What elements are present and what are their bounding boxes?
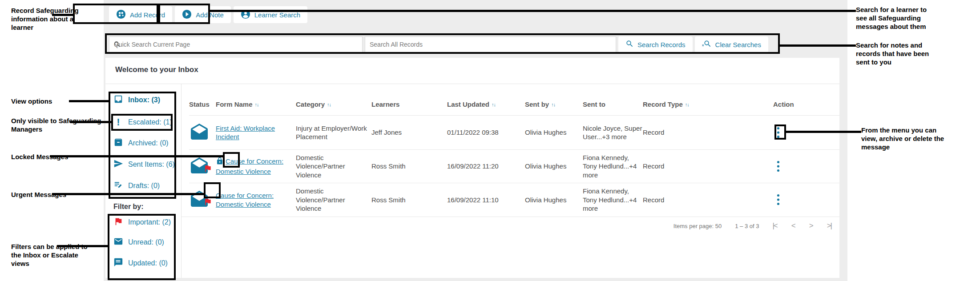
category-cell: Domestic Violence/Partner Violence <box>296 153 371 180</box>
callout-line-only-visible <box>70 121 113 123</box>
sent-to-cell: Fiona Kennedy, Tony Hedlund...+4 more <box>583 187 643 213</box>
svg-text:x: x <box>702 43 704 47</box>
search-records-label: Search Records <box>637 41 686 48</box>
urgent-flag-icon <box>203 197 212 209</box>
column-header-form-name[interactable]: Form Name↑↓ <box>216 100 296 108</box>
drafts-icon <box>113 180 123 192</box>
column-header-sent-by[interactable]: Sent by↑↓ <box>525 100 583 108</box>
sent-by-cell: Olivia Hughes <box>525 196 583 205</box>
record-type-cell: Record <box>643 162 773 171</box>
last-updated-cell: 16/09/2022 11:10 <box>447 196 525 205</box>
urgent-flag-icon <box>203 164 212 175</box>
callout-line-locked-messages <box>50 155 224 157</box>
sort-icon[interactable]: ↑↓ <box>551 102 555 107</box>
form-link[interactable]: First Aid: Workplace Incident <box>216 124 275 141</box>
form-link[interactable]: Cause for Concern: Domestic Violence <box>216 157 283 175</box>
heading-divider <box>105 84 839 84</box>
first-page-icon[interactable]: |< <box>772 221 777 230</box>
clear-searches-button[interactable]: x Clear Searches <box>695 36 768 52</box>
last-updated-cell: 01/11/2022 09:38 <box>447 128 525 137</box>
search-row: Search Records x Clear Searches <box>109 36 768 52</box>
next-page-icon[interactable]: > <box>809 221 813 230</box>
last-updated-cell: 16/09/2022 11:20 <box>447 162 525 171</box>
sidebar-divider <box>181 84 181 278</box>
annotated-screenshot: Add Record Add Note Learner Search Searc… <box>0 0 980 281</box>
sidebar-item-label: Inbox: (3) <box>128 96 160 104</box>
items-per-page-label: Items per page: 50 <box>673 223 722 229</box>
filter-item-important[interactable]: Important: (2) <box>113 216 171 229</box>
add-record-icon <box>116 9 126 20</box>
callout-line-record-safeguarding <box>52 14 73 16</box>
add-record-button[interactable]: Add Record <box>109 6 172 23</box>
previous-page-icon[interactable]: < <box>791 221 795 230</box>
clear-search-icon: x <box>702 40 712 49</box>
open-envelope-icon <box>189 201 210 209</box>
clear-searches-label: Clear Searches <box>715 41 761 48</box>
pagination: Items per page: 50 1 – 3 of 3 |< < > >| <box>673 221 831 230</box>
form-link[interactable]: Cause for Concern: Domestic Violence <box>216 192 274 208</box>
search-all-records-input[interactable] <box>365 36 616 52</box>
quick-search-wrapper <box>109 36 363 52</box>
filter-item-unread[interactable]: Unread: (0) <box>113 236 164 249</box>
welcome-heading: Welcome to your Inbox <box>115 65 198 74</box>
filter-item-label: Updated: (0) <box>128 259 168 267</box>
filter-item-updated[interactable]: Updated: (0) <box>113 257 168 270</box>
search-records-button[interactable]: Search Records <box>618 36 693 52</box>
kebab-menu-icon[interactable] <box>773 125 783 140</box>
annotation-only-visible: Only visible to Safeguarding Managers <box>11 116 102 133</box>
sidebar-item-label: Archived: (0) <box>128 139 169 147</box>
annotation-learner-search: Search for a learner to see all Safeguar… <box>856 5 940 31</box>
open-envelope-icon <box>189 168 210 176</box>
category-cell: Domestic Violence/Partner Violence <box>296 187 371 213</box>
category-cell: Injury at Employer/Work Placement <box>296 124 371 141</box>
record-type-cell: Record <box>643 128 773 137</box>
sidebar-item-inbox[interactable]: Inbox: (3) <box>113 93 160 107</box>
pagination-divider <box>181 217 839 217</box>
safeguarding-app: Add Record Add Note Learner Search Searc… <box>104 0 847 281</box>
learner-search-button[interactable]: Learner Search <box>234 6 307 23</box>
sidebar-item-label: Sent Items: (6) <box>128 161 175 169</box>
column-header-last-updated[interactable]: Last Updated↑↓ <box>447 100 525 108</box>
kebab-menu-icon[interactable] <box>773 192 783 207</box>
sidebar-item-drafts[interactable]: Drafts: (0) <box>113 179 160 193</box>
sidebar-item-archived[interactable]: Archived: (0) <box>113 136 169 150</box>
table-header-row: Status Form Name↑↓ Category↑↓ Learners L… <box>189 93 839 116</box>
send-icon <box>113 159 123 170</box>
record-type-cell: Record <box>643 196 773 205</box>
updated-icon <box>113 257 123 269</box>
learners-cell: Ross Smith <box>371 196 447 205</box>
table-row: Cause for Concern: Domestic Violence Dom… <box>189 183 839 217</box>
filter-item-label: Important: (2) <box>128 218 171 226</box>
callout-line-action-menu <box>785 131 861 133</box>
sort-icon[interactable]: ↑↓ <box>327 102 331 107</box>
column-header-sent-to: Sent to <box>583 100 643 108</box>
quick-search-input[interactable] <box>109 36 363 52</box>
column-header-record-type[interactable]: Record Type↑↓ <box>643 100 773 108</box>
callout-line-urgent-messages <box>52 193 205 195</box>
add-note-label: Add Note <box>196 11 224 19</box>
sort-icon[interactable]: ↑↓ <box>255 102 259 107</box>
annotation-search-notes: Search for notes and records that have b… <box>856 41 940 66</box>
sort-icon[interactable]: ↑↓ <box>492 102 496 107</box>
magnifier-icon <box>625 40 634 49</box>
exclamation-icon: ! <box>113 116 123 128</box>
inbox-panel: Welcome to your Inbox Inbox: (3) ! Escal… <box>105 58 839 278</box>
table-row: First Aid: Workplace Incident Injury at … <box>189 116 839 150</box>
add-note-button[interactable]: Add Note <box>175 6 231 23</box>
table-row: Cause for Concern: Domestic Violence Dom… <box>189 150 839 183</box>
sidebar-item-label: Escalated: (1) <box>128 118 172 126</box>
last-page-icon[interactable]: >| <box>827 221 831 230</box>
learner-search-label: Learner Search <box>254 11 300 19</box>
flag-icon <box>113 217 123 228</box>
annotation-action-menu: From the menu you can view, archive or d… <box>861 126 948 151</box>
sidebar-item-escalated[interactable]: ! Escalated: (1) <box>113 116 172 129</box>
pagination-range: 1 – 3 of 3 <box>735 223 759 229</box>
callout-line-filters <box>57 245 109 247</box>
column-header-category[interactable]: Category↑↓ <box>296 100 371 108</box>
sidebar-item-sent-items[interactable]: Sent Items: (6) <box>113 158 175 171</box>
column-header-action: Action <box>773 100 839 108</box>
kebab-menu-icon[interactable] <box>773 159 783 174</box>
sent-by-cell: Olivia Hughes <box>525 128 583 137</box>
add-note-icon <box>182 9 192 20</box>
sort-icon[interactable]: ↑↓ <box>685 102 689 107</box>
